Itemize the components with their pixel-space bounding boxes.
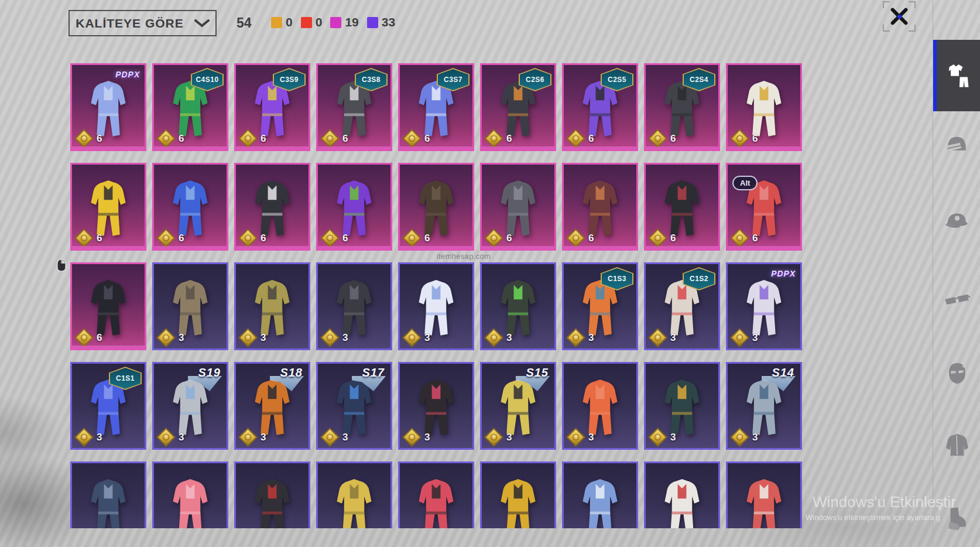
outfit-card[interactable]: C2S46 — [644, 63, 720, 151]
category-sidebar — [933, 0, 980, 547]
item-value: 3 — [405, 331, 430, 344]
outfit-card[interactable]: C4S106 — [152, 63, 228, 151]
item-value: 3 — [487, 430, 512, 444]
outfit-card[interactable]: S153 — [480, 362, 556, 450]
outfit-card[interactable]: C1S13 — [70, 362, 146, 450]
collab-logo-badge: PDPX — [771, 269, 796, 278]
outfit-card[interactable]: 6 — [562, 163, 638, 251]
outfit-card[interactable]: C3S86 — [316, 63, 392, 151]
outfit-card[interactable]: 6 — [316, 163, 392, 251]
outfit-card[interactable]: 3 — [562, 362, 638, 450]
outfit-card[interactable] — [70, 461, 146, 528]
sidebar-tab-helmets[interactable] — [933, 127, 980, 162]
gold-token-center — [162, 134, 171, 143]
outfit-card[interactable]: 6 — [726, 63, 802, 151]
site-watermark: itemhesap.com — [437, 252, 491, 261]
outfit-card[interactable]: 3 — [398, 262, 474, 350]
gold-token-icon — [566, 129, 585, 148]
outfit-card[interactable]: 6 — [70, 262, 146, 350]
inventory-screen: { "filter_bar": { "sort_dropdown": { "la… — [0, 0, 980, 547]
outfit-card[interactable]: 3 — [152, 262, 228, 350]
helmet-icon — [944, 131, 971, 158]
item-value-number: 3 — [424, 332, 430, 344]
outfit-card[interactable]: C2S66 — [480, 63, 556, 151]
outfit-image — [414, 278, 458, 339]
outfit-card[interactable]: S193 — [152, 362, 228, 450]
outfit-card[interactable]: 3 — [316, 262, 392, 350]
item-value-number: 6 — [588, 133, 594, 145]
outfit-image — [578, 377, 622, 438]
gold-token-center — [244, 433, 253, 442]
quality-color-swatch-red-quality — [301, 17, 312, 28]
sidebar-tab-caps[interactable] — [933, 203, 980, 238]
season-chapter-badge-inner: C2S5 — [602, 69, 632, 90]
outfit-card[interactable]: 6 — [152, 163, 228, 251]
item-value: 6 — [405, 132, 430, 145]
item-value-number: 3 — [261, 332, 266, 344]
outfit-card[interactable] — [480, 461, 556, 528]
gold-token-icon — [566, 328, 585, 347]
season-chapter-badge-inner: C1S1 — [110, 368, 141, 389]
badge-label: S15 — [526, 366, 549, 380]
outfit-card[interactable]: 6 — [70, 163, 146, 251]
outfit-card[interactable] — [644, 461, 720, 528]
outfit-image — [333, 178, 376, 239]
season-chapter-badge-inner: C4S10 — [192, 69, 222, 90]
close-button[interactable] — [883, 1, 916, 32]
gold-token-center — [407, 433, 417, 442]
quality-legend: 001933 — [271, 15, 395, 29]
item-value-number: 3 — [506, 432, 512, 443]
outfit-card[interactable]: S143 — [726, 362, 802, 450]
outfit-image — [333, 477, 376, 528]
outfit-card[interactable]: C3S96 — [234, 63, 310, 151]
item-value-number: 3 — [588, 432, 594, 443]
item-value-number: 6 — [752, 133, 758, 145]
outfit-card[interactable] — [152, 461, 228, 528]
item-value: 6 — [77, 331, 102, 344]
outfit-card[interactable] — [726, 461, 802, 528]
gold-token-center — [735, 433, 745, 442]
outfit-image — [414, 377, 458, 438]
outfit-card[interactable] — [562, 461, 638, 528]
outfit-card[interactable]: C1S23 — [644, 262, 720, 350]
item-value-number: 3 — [342, 432, 348, 443]
outfit-image — [251, 477, 294, 528]
item-value: 6 — [487, 132, 512, 145]
outfit-card[interactable]: C3S76 — [398, 63, 474, 151]
total-item-count: 54 — [237, 15, 252, 31]
item-value-number: 3 — [179, 332, 184, 344]
gold-token-center — [489, 433, 499, 442]
outfit-card[interactable] — [398, 461, 474, 528]
outfit-card[interactable]: PDPX6 — [70, 63, 146, 151]
outfit-card[interactable]: S173 — [316, 362, 392, 450]
item-value: 3 — [569, 331, 594, 344]
sort-dropdown[interactable]: KALİTEYE GÖRE — [68, 10, 217, 36]
sidebar-tab-masks[interactable] — [933, 356, 980, 391]
gold-token-icon — [484, 129, 503, 148]
outfit-card[interactable] — [234, 461, 310, 528]
gold-token-icon — [238, 129, 258, 148]
outfit-card[interactable]: 3 — [644, 362, 720, 450]
outfit-card[interactable]: 6 — [644, 163, 720, 251]
gold-token-center — [653, 333, 663, 343]
outfit-card[interactable]: 6 — [480, 163, 556, 251]
sidebar-tab-outfits[interactable] — [933, 40, 980, 111]
outfit-card[interactable]: C1S33 — [562, 262, 638, 350]
outfit-card[interactable]: 6Alt — [726, 163, 802, 251]
outfit-card[interactable] — [316, 461, 392, 528]
outfit-card[interactable]: C2S56 — [562, 63, 638, 151]
outfit-image — [496, 278, 540, 339]
season-chapter-badge-inner: C3S7 — [438, 69, 468, 90]
outfit-card[interactable]: 6 — [234, 163, 310, 251]
badge-label: C1S2 — [690, 275, 708, 283]
outfit-image — [414, 477, 458, 528]
outfit-card[interactable]: 3 — [480, 262, 556, 350]
gold-token-center — [244, 333, 253, 343]
sidebar-tab-glasses[interactable] — [933, 285, 980, 320]
sidebar-tab-jackets[interactable] — [933, 428, 980, 463]
outfit-card[interactable]: S183 — [234, 362, 310, 450]
outfit-card[interactable]: 3 — [398, 362, 474, 450]
outfit-card[interactable]: PDPX3 — [726, 262, 802, 350]
outfit-card[interactable]: 6 — [398, 163, 474, 251]
outfit-card[interactable]: 3 — [234, 262, 310, 350]
